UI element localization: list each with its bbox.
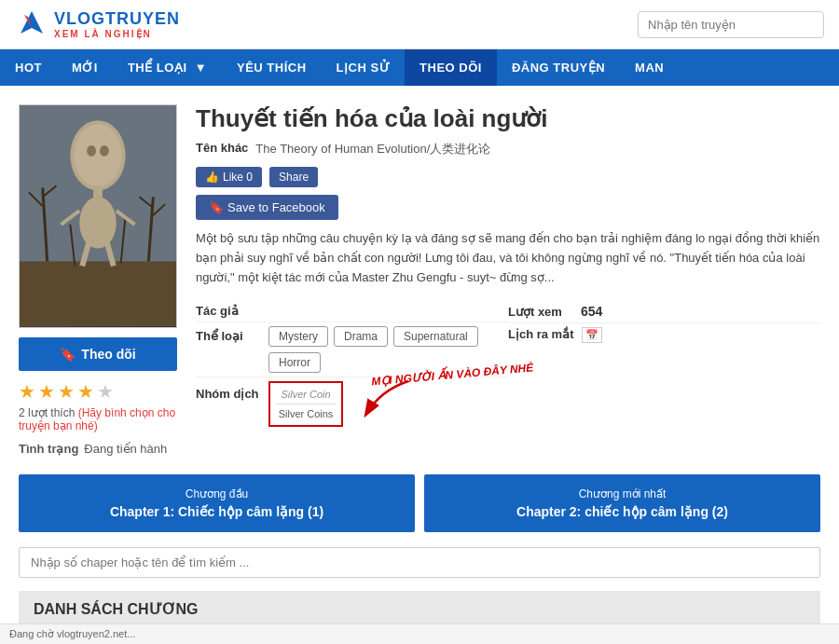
tags-list: Mystery Drama Supernatural Horror <box>268 326 508 373</box>
chapter-buttons: Chương đầu Chapter 1: Chiếc hộp câm lặng… <box>19 474 820 532</box>
chapter-first-label: Chương đầu <box>28 487 406 500</box>
social-row: 👍 Like 0 Share <box>196 167 820 187</box>
logo-icon <box>15 7 48 41</box>
star-1[interactable]: ★ <box>19 380 35 403</box>
manga-cover <box>19 104 177 328</box>
luot-xem-value: 654 <box>581 304 602 319</box>
save-row: 🔖 Save to Facebook <box>196 195 820 220</box>
nav-item-dang-truyen[interactable]: ĐĂNG TRUYỆN <box>497 49 620 86</box>
lich-ra-mat-row: Lịch ra mắt 📅 <box>508 323 820 347</box>
logo-text: VLOGTRUYEN XEM LÀ NGHIỆN <box>54 9 180 39</box>
chevron-down-icon: ▼ <box>195 61 207 75</box>
arrow-svg <box>352 372 427 428</box>
statusbar-text: Đang chờ vlogtruyen2.net... <box>9 628 135 639</box>
star-5[interactable]: ★ <box>97 380 114 403</box>
the-loai-label: Thể loại <box>196 329 261 343</box>
save-icon: 🔖 <box>209 200 224 214</box>
stars-row: ★ ★ ★ ★ ★ <box>19 380 177 403</box>
detail-area: 🔖 Theo dõi ★ ★ ★ ★ ★ 2 lượt thích (Hãy b… <box>19 104 820 456</box>
nhom-dich-name: Silver Coins <box>276 408 336 419</box>
bookmark-icon: 🔖 <box>60 347 76 362</box>
nhom-dich-card[interactable]: Silver Coin Silver Coins <box>268 381 343 427</box>
star-2[interactable]: ★ <box>38 380 55 403</box>
star-3[interactable]: ★ <box>58 380 75 403</box>
svg-rect-22 <box>20 104 176 325</box>
cover-column: 🔖 Theo dõi ★ ★ ★ ★ ★ 2 lượt thích (Hãy b… <box>19 104 177 456</box>
tag-supernatural[interactable]: Supernatural <box>393 326 478 347</box>
chapter-latest-label: Chương mới nhất <box>433 487 811 500</box>
tinh-trang: Tình trạng Đang tiến hành <box>19 442 177 456</box>
cover-svg <box>20 104 176 327</box>
manga-title: Thuyết tiến hóa của loài người <box>196 104 820 133</box>
nav-item-theo-doi[interactable]: THEO DÕI <box>405 49 497 86</box>
nav-item-the-loai[interactable]: THỂ LOẠI ▼ <box>113 49 222 86</box>
luot-xem-row: Lượt xem 654 <box>508 300 820 323</box>
nhom-dich-area: Silver Coin Silver Coins <box>268 381 343 427</box>
calendar-icon: 📅 <box>582 327 602 343</box>
info-column: Thuyết tiến hóa của loài người Tên khác … <box>196 104 820 456</box>
chapter-first-title: Chapter 1: Chiếc hộp câm lặng (1) <box>28 504 406 519</box>
alt-names: The Theory of Human Evolution/人类进化论 <box>255 141 490 158</box>
nav-item-hot[interactable]: HOT <box>0 49 57 86</box>
tinh-trang-value: Đang tiến hành <box>84 442 167 456</box>
alt-name-row: Tên khác The Theory of Human Evolution/人… <box>196 141 820 158</box>
manga-description: Một bộ sưu tập những câu chuyện kỳ lạ và… <box>196 229 820 287</box>
chapter-first-button[interactable]: Chương đầu Chapter 1: Chiếc hộp câm lặng… <box>19 474 415 532</box>
chapter-latest-title: Chapter 2: chiếc hộp câm lặng (2) <box>433 504 811 519</box>
tag-drama[interactable]: Drama <box>334 326 388 347</box>
theo-doi-button[interactable]: 🔖 Theo dõi <box>19 337 177 371</box>
nhom-dich-label: Nhóm dịch <box>196 387 261 401</box>
search-chapter-input[interactable] <box>19 547 820 578</box>
luot-xem-label: Lượt xem <box>508 305 573 319</box>
tac-gia-label: Tác giả <box>196 304 261 318</box>
alt-name-label: Tên khác <box>196 141 248 155</box>
lich-ra-mat-label: Lịch ra mắt <box>508 327 574 341</box>
nav-item-yeu-thich[interactable]: YÊU THÍCH <box>222 49 322 86</box>
tag-horror[interactable]: Horror <box>268 352 321 373</box>
fb-save-button[interactable]: 🔖 Save to Facebook <box>196 195 338 220</box>
statusbar: Đang chờ vlogtruyen2.net... <box>0 623 839 644</box>
meta-grid: Tác giả Thể loại Mystery Drama Supernatu… <box>196 300 820 431</box>
tag-mystery[interactable]: Mystery <box>268 326 328 347</box>
header: VLOGTRUYEN XEM LÀ NGHIỆN <box>0 0 839 49</box>
nav-item-man[interactable]: MAN <box>620 49 679 86</box>
tinh-trang-label: Tình trạng <box>19 442 78 456</box>
svg-marker-0 <box>21 11 43 34</box>
the-loai-row: Thể loại Mystery Drama Supernatural Horr… <box>196 322 508 377</box>
search-input[interactable] <box>638 11 824 38</box>
thumbs-up-icon: 👍 <box>205 171 219 184</box>
navbar: HOT MỚI THỂ LOẠI ▼ YÊU THÍCH LỊCH SỬ THE… <box>0 49 839 86</box>
nav-item-lich-su[interactable]: LỊCH SỬ <box>322 49 406 86</box>
site-name: VLOGTRUYEN <box>54 9 180 29</box>
nhom-dich-row: Nhóm dịch Silver Coin Silver Coins <box>196 377 508 431</box>
chapter-latest-button[interactable]: Chương mới nhất Chapter 2: chiếc hộp câm… <box>424 474 820 532</box>
star-4[interactable]: ★ <box>77 380 94 403</box>
meta-right: Lượt xem 654 Lịch ra mắt 📅 <box>508 300 820 431</box>
annotation-area: MỌI NGƯỜI ẤN VÀO ĐÂY NHÉ <box>352 372 427 431</box>
luot-thich: 2 lượt thích (Hãy bình chọn cho truyện b… <box>19 406 177 432</box>
nhom-dich-logo: Silver Coin <box>276 389 336 404</box>
logo-area: VLOGTRUYEN XEM LÀ NGHIỆN <box>15 7 180 41</box>
meta-left: Tác giả Thể loại Mystery Drama Supernatu… <box>196 300 508 431</box>
nav-item-moi[interactable]: MỚI <box>57 49 113 86</box>
main-content: 🔖 Theo dõi ★ ★ ★ ★ ★ 2 lượt thích (Hãy b… <box>0 86 839 644</box>
fb-like-button[interactable]: 👍 Like 0 <box>196 167 262 187</box>
tac-gia-row: Tác giả <box>196 300 508 322</box>
site-tagline: XEM LÀ NGHIỆN <box>54 29 180 39</box>
fb-share-button[interactable]: Share <box>269 167 318 187</box>
